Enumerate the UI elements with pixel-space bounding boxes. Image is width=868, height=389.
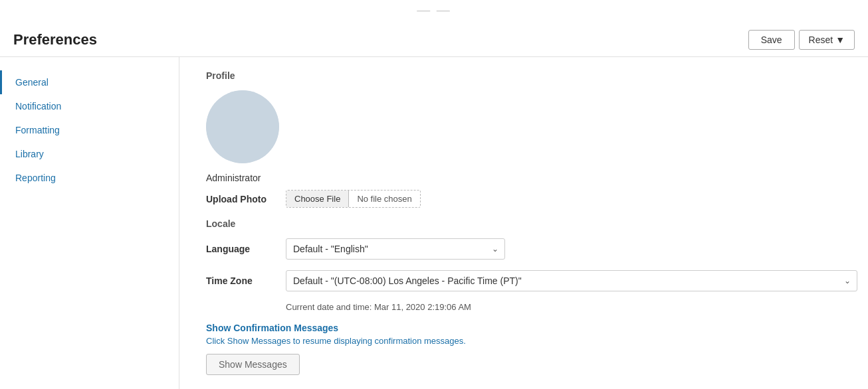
language-row: Language Default - "English" ⌄	[206, 238, 857, 260]
sidebar: General Notification Formatting Library …	[0, 57, 179, 389]
avatar	[206, 90, 279, 163]
reset-chevron-icon: ▼	[835, 35, 845, 45]
timezone-row: Time Zone Default - "(UTC-08:00) Los Ang…	[206, 270, 857, 291]
choose-file-button[interactable]: Choose File	[286, 191, 349, 207]
language-select-wrapper: Default - "English" ⌄	[286, 238, 505, 260]
header: Preferences Save Reset ▼	[0, 21, 868, 57]
timezone-select[interactable]: Default - "(UTC-08:00) Los Angeles - Pac…	[286, 270, 857, 291]
language-label: Language	[206, 244, 279, 254]
header-buttons: Save Reset ▼	[748, 30, 855, 50]
current-datetime: Current date and time: Mar 11, 2020 2:19…	[286, 302, 857, 312]
file-input-wrapper: Choose File No file chosen	[286, 190, 421, 208]
locale-section: Locale Language Default - "English" ⌄ Ti…	[206, 218, 857, 312]
language-select[interactable]: Default - "English"	[286, 238, 505, 260]
sidebar-item-formatting[interactable]: Formatting	[0, 118, 179, 142]
sidebar-item-reporting[interactable]: Reporting	[0, 166, 179, 190]
main-content: Profile Administrator Upload Photo Choos…	[179, 57, 868, 389]
reset-label: Reset	[809, 35, 833, 45]
confirmation-title: Show Confirmation Messages	[206, 323, 857, 333]
timezone-label: Time Zone	[206, 275, 279, 286]
no-file-text: No file chosen	[349, 191, 419, 207]
confirmation-section: Show Confirmation Messages Click Show Me…	[206, 323, 857, 375]
reset-button[interactable]: Reset ▼	[799, 30, 855, 50]
save-button[interactable]: Save	[748, 30, 795, 50]
confirmation-desc: Click Show Messages to resume displaying…	[206, 336, 857, 346]
admin-name: Administrator	[206, 173, 857, 183]
profile-section-label: Profile	[206, 70, 857, 81]
show-messages-button[interactable]: Show Messages	[206, 354, 300, 375]
upload-label: Upload Photo	[206, 194, 279, 204]
timezone-select-wrapper: Default - "(UTC-08:00) Los Angeles - Pac…	[286, 270, 857, 291]
upload-photo-row: Upload Photo Choose File No file chosen	[206, 190, 857, 208]
locale-title: Locale	[206, 218, 857, 229]
sidebar-item-notification[interactable]: Notification	[0, 94, 179, 118]
sidebar-item-general[interactable]: General	[0, 70, 179, 94]
main-layout: General Notification Formatting Library …	[0, 57, 868, 389]
page-title: Preferences	[13, 31, 97, 48]
sidebar-item-library[interactable]: Library	[0, 142, 179, 166]
avatar-placeholder	[206, 90, 279, 163]
